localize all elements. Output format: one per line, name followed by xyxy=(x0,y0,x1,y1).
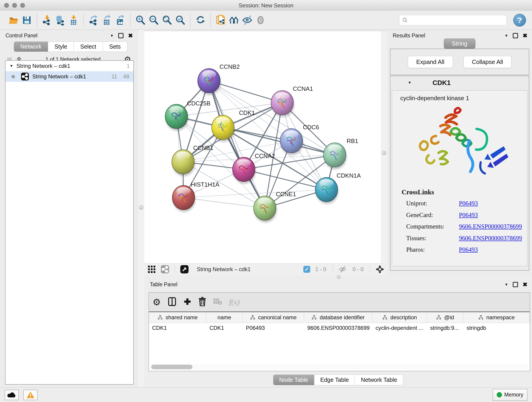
show-columns-icon[interactable] xyxy=(168,297,177,307)
table-cell[interactable]: P06493 xyxy=(243,323,304,333)
crosslink-value[interactable]: 9606.ENSP00000378699 xyxy=(459,221,522,232)
network-grid-view-icon[interactable] xyxy=(147,265,157,274)
crosslink-value[interactable]: P06493 xyxy=(459,245,478,255)
memory-status-dot xyxy=(497,392,502,397)
collapse-panel-icon[interactable]: ▼ xyxy=(505,283,508,287)
network-share-view-icon[interactable] xyxy=(160,265,170,274)
splitter-handle[interactable] xyxy=(139,205,143,210)
hide-selected-icon[interactable] xyxy=(241,13,254,27)
float-panel-icon[interactable] xyxy=(513,282,518,287)
vertical-splitter[interactable] xyxy=(138,30,145,387)
new-network-from-selection-icon[interactable] xyxy=(214,13,227,27)
column-header-shared-name[interactable]: shared name xyxy=(149,312,206,323)
open-file-icon[interactable] xyxy=(7,13,20,27)
results-buttons-box: Expand AllCollapse All xyxy=(390,49,529,75)
tab-network[interactable]: Network xyxy=(14,41,48,52)
tab-style[interactable]: Style xyxy=(48,41,74,52)
scrollbar-thumb[interactable] xyxy=(151,365,192,369)
gene-entry-header[interactable]: ▼ CDK1 xyxy=(390,76,529,89)
import-network-database-icon[interactable] xyxy=(54,13,67,27)
crosslink-row: Pharos:P06493 xyxy=(406,245,527,255)
expand-all-button[interactable]: Expand All xyxy=(408,56,453,68)
tab-sets[interactable]: Sets xyxy=(103,41,127,52)
table-options-gear-icon[interactable]: ⚙ xyxy=(152,298,161,307)
network-row-selected[interactable]: String Network – cdk1 11 48 xyxy=(6,71,133,82)
table-cell[interactable]: stringdb xyxy=(463,323,530,333)
table-cell[interactable]: CDK1 xyxy=(149,323,206,333)
collapse-panel-icon[interactable]: ▼ xyxy=(505,34,508,38)
column-header-namespace[interactable]: namespace xyxy=(463,312,530,323)
network-edge[interactable] xyxy=(209,81,265,208)
column-header-canonical-name[interactable]: canonical name xyxy=(243,312,304,323)
table-cell[interactable]: stringdb:9... xyxy=(427,323,463,333)
save-session-icon[interactable] xyxy=(20,13,33,27)
cloud-status-button[interactable] xyxy=(5,390,19,400)
crosslink-value[interactable]: P06493 xyxy=(459,210,478,220)
network-node-cdc25b[interactable]: CDC25B xyxy=(165,100,210,131)
collapse-panel-icon[interactable]: ▼ xyxy=(110,34,114,38)
zoom-fit-icon[interactable] xyxy=(160,13,174,27)
detach-view-icon[interactable] xyxy=(179,265,190,274)
warning-status-button[interactable] xyxy=(23,390,38,400)
close-panel-icon[interactable]: ✖ xyxy=(523,282,527,287)
network-node-ccne1[interactable]: CCNE1 xyxy=(254,191,296,222)
close-panel-icon[interactable]: ✖ xyxy=(523,33,527,38)
column-header-id[interactable]: @id xyxy=(427,312,463,323)
splitter-handle[interactable] xyxy=(382,151,386,155)
network-node-rb1[interactable]: RB1 xyxy=(323,138,358,169)
export-network-icon[interactable] xyxy=(87,13,100,27)
search-field[interactable] xyxy=(399,15,507,26)
selected-nodes-checkbox[interactable]: ✓ xyxy=(303,266,310,273)
refresh-layout-icon[interactable] xyxy=(194,13,207,27)
horizontal-scrollbar[interactable] xyxy=(150,364,528,370)
tab-select[interactable]: Select xyxy=(74,41,103,52)
column-header-description[interactable]: description xyxy=(372,312,427,323)
network-canvas[interactable]: CCNB2CCNA1CDC25BCDK1CDC6RB1CCNB1CCNA2CDK… xyxy=(144,32,381,263)
table-cell[interactable]: 9606.ENSP00000378699 xyxy=(304,323,372,333)
network-node-hist1h1a[interactable]: HIST1H1A xyxy=(172,181,220,212)
zoom-in-icon[interactable] xyxy=(134,13,147,27)
float-panel-icon[interactable] xyxy=(513,33,518,38)
tab-string[interactable]: String xyxy=(444,38,475,49)
column-header-name[interactable]: name xyxy=(206,312,243,323)
create-column-icon[interactable] xyxy=(183,298,191,307)
data-type-icon xyxy=(311,315,317,320)
zoom-selected-icon[interactable] xyxy=(174,13,187,27)
zoom-out-icon[interactable] xyxy=(147,13,160,27)
show-all-icon[interactable] xyxy=(254,13,267,27)
network-node-ccnb2[interactable]: CCNB2 xyxy=(198,63,240,95)
import-table-icon[interactable] xyxy=(67,13,80,27)
crosslink-value[interactable]: 9606.ENSP00000378699 xyxy=(459,233,522,243)
import-network-file-icon[interactable] xyxy=(40,13,54,27)
tab-network-table[interactable]: Network Table xyxy=(355,375,403,385)
splitter-handle[interactable] xyxy=(337,275,341,279)
memory-button[interactable]: Memory xyxy=(493,389,527,401)
table-cell[interactable]: cyclin-dependent ... xyxy=(372,323,427,333)
horizontal-splitter[interactable] xyxy=(144,275,532,279)
tab-edge-table[interactable]: Edge Table xyxy=(314,375,355,385)
crosslink-value[interactable]: P06493 xyxy=(459,198,478,209)
collection-expand-icon[interactable]: ▼ xyxy=(10,64,13,68)
birdseye-view-icon[interactable] xyxy=(375,265,385,274)
table-cell[interactable]: CDK1 xyxy=(206,323,243,333)
delete-column-icon[interactable] xyxy=(198,297,206,307)
network-node-cdkn1a[interactable]: CDKN1A xyxy=(315,172,361,204)
help-button[interactable]: ? xyxy=(513,14,526,27)
export-image-icon[interactable] xyxy=(114,13,127,27)
float-panel-icon[interactable] xyxy=(118,33,123,38)
hidden-items-eye-icon[interactable] xyxy=(337,265,348,274)
export-table-icon[interactable] xyxy=(100,13,114,27)
network-collection-row[interactable]: ▼ String Network – cdk1 1 xyxy=(6,61,133,71)
entry-expand-icon[interactable]: ▼ xyxy=(408,81,412,85)
tab-node-table[interactable]: Node Table xyxy=(273,375,314,385)
collapse-all-button[interactable]: Collapse All xyxy=(463,56,512,68)
close-panel-icon[interactable]: ✖ xyxy=(128,33,133,38)
network-right-splitter[interactable] xyxy=(381,32,387,263)
network-node-ccnb1[interactable]: CCNB1 xyxy=(172,144,213,176)
table-row[interactable]: CDK1CDK1P064939606.ENSP00000378699cyclin… xyxy=(149,323,530,333)
column-header-database-identifier[interactable]: database identifier xyxy=(304,312,372,323)
network-node-cdc6[interactable]: CDC6 xyxy=(280,124,319,155)
network-edge[interactable] xyxy=(184,198,265,208)
first-neighbors-icon[interactable] xyxy=(227,13,241,27)
search-input[interactable] xyxy=(408,17,504,24)
